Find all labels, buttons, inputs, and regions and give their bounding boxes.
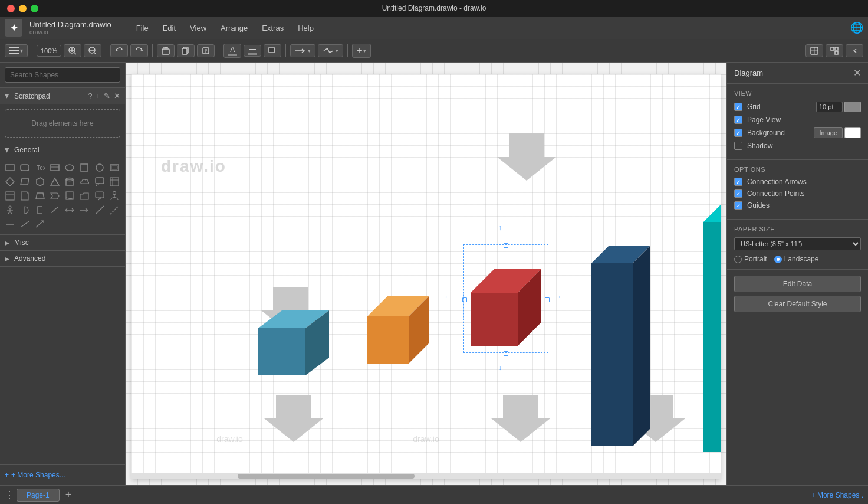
- shape-note[interactable]: [18, 189, 31, 202]
- handle-left[interactable]: [462, 297, 467, 302]
- shape-callout[interactable]: [93, 189, 106, 202]
- undo-button[interactable]: [110, 44, 128, 57]
- shape-sticky-note[interactable]: [48, 161, 61, 174]
- menu-extras[interactable]: Extras: [256, 21, 290, 35]
- redo-button[interactable]: [130, 44, 148, 57]
- minimize-button[interactable]: [19, 5, 27, 12]
- fit-page-button[interactable]: [805, 44, 823, 57]
- portrait-radio[interactable]: [734, 256, 742, 263]
- menu-view[interactable]: View: [184, 21, 212, 35]
- scratchpad-close-icon[interactable]: ✕: [114, 91, 120, 100]
- grid-color-swatch[interactable]: [844, 102, 861, 112]
- landscape-option[interactable]: Landscape: [774, 255, 819, 263]
- shape-arrow-right[interactable]: [78, 204, 91, 217]
- shape-hexagon[interactable]: [34, 175, 47, 188]
- add-page-button[interactable]: +: [62, 489, 75, 501]
- edit-data-button[interactable]: Edit Data: [734, 276, 861, 292]
- panel-close-icon[interactable]: ✕: [853, 67, 861, 78]
- shape-chevron[interactable]: [48, 189, 61, 202]
- scratchpad-help-icon[interactable]: ?: [88, 91, 92, 100]
- maximize-button[interactable]: [31, 5, 38, 12]
- shape-diamond[interactable]: [4, 175, 17, 188]
- connection-arrow-button[interactable]: ▾: [290, 44, 315, 57]
- shape-actor[interactable]: [4, 204, 17, 217]
- cube-teal-small[interactable]: [252, 299, 329, 383]
- zoom-level-display[interactable]: 100%: [37, 45, 61, 57]
- shape-text[interactable]: Text: [34, 161, 47, 174]
- shape-rounded-rect[interactable]: [18, 161, 31, 174]
- handle-right[interactable]: [545, 297, 550, 302]
- advanced-section-header[interactable]: ▶ Advanced: [0, 251, 125, 266]
- shape-trapezoid[interactable]: [34, 189, 47, 202]
- shape-square[interactable]: [78, 161, 91, 174]
- shape-rectangle[interactable]: [4, 161, 17, 174]
- clear-default-style-button[interactable]: Clear Default Style: [734, 296, 861, 312]
- shape-ellipse[interactable]: [63, 161, 76, 174]
- grid-checkbox[interactable]: ✓: [734, 103, 742, 111]
- page-tab[interactable]: Page-1: [17, 489, 60, 502]
- add-button[interactable]: + ▾: [352, 44, 371, 58]
- search-input[interactable]: [5, 67, 120, 83]
- drag-drop-area[interactable]: Drag elements here: [5, 109, 120, 138]
- menu-arrange[interactable]: Arrange: [215, 21, 254, 35]
- shape-dotted-line[interactable]: [108, 204, 121, 217]
- shape-doc-folder[interactable]: [78, 189, 91, 202]
- shape-circle[interactable]: [93, 161, 106, 174]
- grid-value-input[interactable]: [816, 102, 843, 112]
- shape-diagonal-line[interactable]: [93, 204, 106, 217]
- general-section-header[interactable]: ▶ General: [0, 142, 125, 158]
- shape-half-circle[interactable]: [18, 204, 31, 217]
- delete-button[interactable]: [157, 44, 175, 57]
- shape-partial-rect[interactable]: [34, 204, 47, 217]
- canvas-area[interactable]: draw.io draw.iodraw.iodraw.io: [126, 63, 726, 485]
- zoom-out-button[interactable]: [84, 44, 101, 57]
- waypoints-button[interactable]: ▾: [318, 44, 343, 57]
- shape-angled-line[interactable]: [18, 218, 31, 231]
- shape-cloud[interactable]: [78, 175, 91, 188]
- guides-checkbox[interactable]: ✓: [734, 201, 742, 210]
- background-color-swatch[interactable]: [844, 127, 861, 138]
- menu-help[interactable]: Help: [292, 21, 320, 35]
- page-view-checkbox[interactable]: ✓: [734, 116, 742, 124]
- landscape-radio[interactable]: [774, 256, 782, 263]
- reset-view-button[interactable]: [826, 44, 843, 57]
- copy-style-button[interactable]: [177, 44, 195, 57]
- background-checkbox[interactable]: ✓: [734, 129, 742, 137]
- shape-entity[interactable]: [4, 189, 17, 202]
- shape-dbl-border[interactable]: [108, 161, 121, 174]
- misc-section-header[interactable]: ▶ Misc: [0, 235, 125, 250]
- cube-orange[interactable]: [361, 281, 432, 371]
- cube-navy[interactable]: [586, 216, 662, 454]
- scratchpad-edit-icon[interactable]: ✎: [104, 91, 110, 100]
- shadow-button[interactable]: [264, 44, 281, 57]
- close-button[interactable]: [7, 5, 15, 12]
- menu-edit[interactable]: Edit: [157, 21, 182, 35]
- shape-person[interactable]: [108, 189, 121, 202]
- line-color-button[interactable]: [244, 45, 261, 57]
- globe-icon[interactable]: 🌐: [850, 21, 863, 34]
- shape-straight-line[interactable]: [4, 218, 17, 231]
- zoom-in-button[interactable]: [64, 44, 81, 57]
- fill-color-button[interactable]: A: [223, 44, 241, 58]
- cube-teal-large[interactable]: [698, 181, 721, 466]
- shape-cylinder[interactable]: [63, 175, 76, 188]
- page-options-icon[interactable]: ⋮: [5, 489, 14, 500]
- portrait-option[interactable]: Portrait: [734, 255, 767, 263]
- handle-bottom[interactable]: [504, 351, 508, 356]
- canvas[interactable]: draw.io draw.iodraw.iodraw.io: [126, 63, 726, 485]
- sidebar-toggle-button[interactable]: ▾: [5, 44, 28, 57]
- collapse-panel-button[interactable]: [846, 44, 863, 57]
- background-image-button[interactable]: Image: [814, 127, 843, 138]
- shape-parallelogram[interactable]: [18, 175, 31, 188]
- scratchpad-add-icon[interactable]: +: [96, 91, 100, 100]
- paper-size-select[interactable]: US-Letter (8.5" x 11"): [734, 237, 861, 250]
- more-shapes-bottom[interactable]: + More Shapes .: [811, 491, 863, 499]
- shape-cross-table[interactable]: [108, 175, 121, 188]
- shadow-checkbox[interactable]: [734, 142, 742, 150]
- shape-speech-bubble[interactable]: [93, 175, 106, 188]
- cube-red-selected[interactable]: [465, 246, 547, 354]
- shape-s-curve[interactable]: [48, 204, 61, 217]
- shape-triangle[interactable]: [48, 175, 61, 188]
- shape-double-arrow[interactable]: [63, 204, 76, 217]
- handle-top[interactable]: [504, 243, 508, 248]
